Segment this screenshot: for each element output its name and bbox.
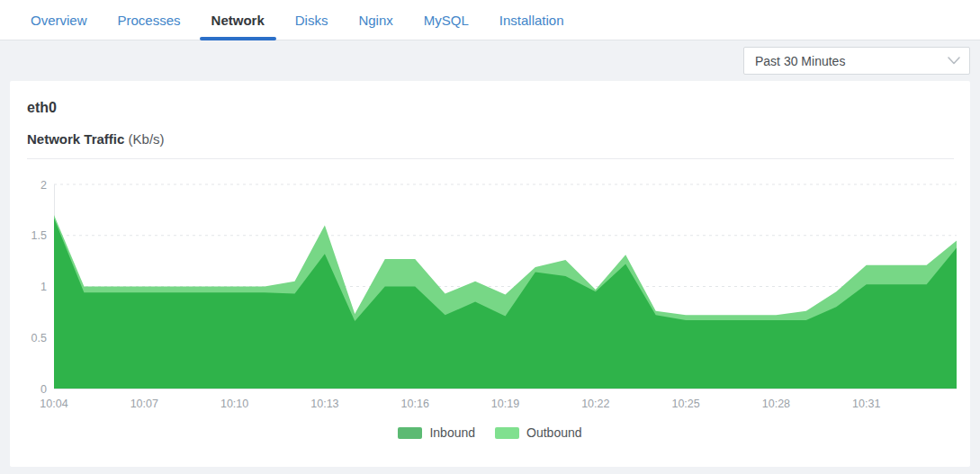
x-axis-label: 10:10 bbox=[220, 398, 248, 410]
tab-overview[interactable]: Overview bbox=[19, 0, 99, 40]
tab-mysql[interactable]: MySQL bbox=[412, 0, 481, 40]
tab-bar: Overview Processes Network Disks Nginx M… bbox=[0, 0, 980, 40]
legend-item-inbound[interactable]: Inbound bbox=[398, 425, 475, 440]
inbound-swatch-icon bbox=[398, 427, 422, 439]
tab-processes[interactable]: Processes bbox=[106, 0, 193, 40]
x-axis-label: 10:19 bbox=[491, 398, 519, 410]
chevron-down-icon bbox=[948, 57, 960, 65]
y-axis-label: 0.5 bbox=[31, 332, 47, 344]
y-axis-label: 1 bbox=[40, 281, 47, 293]
legend-label-outbound: Outbound bbox=[526, 425, 582, 440]
y-axis-label: 1.5 bbox=[31, 229, 47, 242]
chart-title-text: Network Traffic bbox=[27, 131, 124, 147]
chart-toolbar: Past 30 Minutes bbox=[0, 40, 980, 81]
chart-units: (Kb/s) bbox=[129, 131, 165, 147]
tab-installation[interactable]: Installation bbox=[488, 0, 576, 40]
y-axis-label: 0 bbox=[40, 383, 47, 396]
x-axis-label: 10:16 bbox=[401, 398, 429, 410]
tab-network[interactable]: Network bbox=[200, 0, 276, 40]
legend-label-inbound: Inbound bbox=[429, 425, 475, 440]
legend-item-outbound[interactable]: Outbound bbox=[495, 425, 582, 440]
y-axis-label: 2 bbox=[40, 179, 47, 192]
x-axis-label: 10:31 bbox=[852, 398, 880, 410]
x-axis-label: 10:13 bbox=[310, 398, 338, 410]
x-axis-label: 10:25 bbox=[671, 398, 699, 410]
chart-legend: Inbound Outbound bbox=[10, 425, 970, 440]
network-interface-card: eth0 Network Traffic (Kb/s) 00.511.5210:… bbox=[10, 81, 970, 467]
x-axis-label: 10:28 bbox=[762, 398, 790, 410]
tab-nginx[interactable]: Nginx bbox=[346, 0, 404, 40]
interface-name: eth0 bbox=[10, 81, 970, 116]
time-range-select[interactable]: Past 30 Minutes bbox=[743, 47, 970, 75]
outbound-swatch-icon bbox=[495, 427, 519, 439]
x-axis-label: 10:07 bbox=[130, 398, 158, 410]
time-range-value: Past 30 Minutes bbox=[755, 54, 845, 68]
chart-title: Network Traffic (Kb/s) bbox=[10, 116, 970, 158]
network-traffic-chart: 00.511.5210:0410:0710:1010:1310:1610:191… bbox=[10, 159, 970, 416]
x-axis-label: 10:22 bbox=[581, 398, 609, 410]
tab-disks[interactable]: Disks bbox=[283, 0, 340, 40]
x-axis-label: 10:04 bbox=[40, 398, 67, 410]
